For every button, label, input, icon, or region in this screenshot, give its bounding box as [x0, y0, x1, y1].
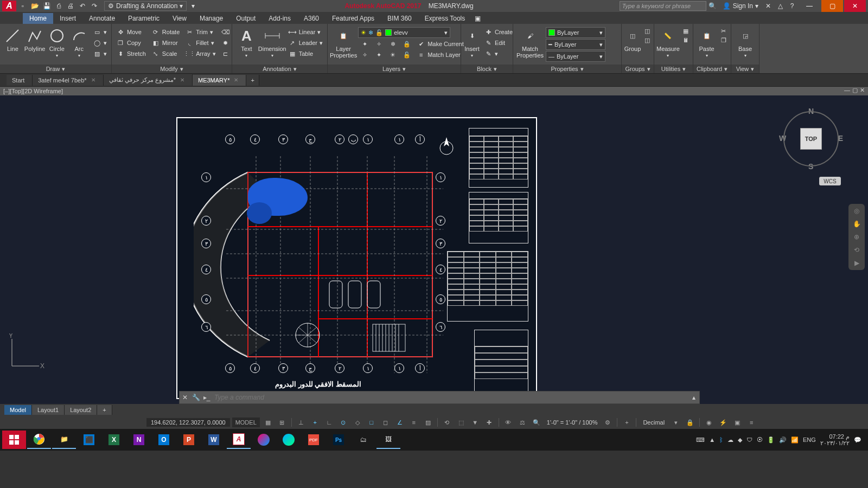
taskbar-word-icon[interactable]: W [202, 431, 226, 449]
layer-unlock-icon[interactable]: 🔓 [400, 50, 413, 60]
line-button[interactable]: Line [2, 25, 23, 52]
workspace-switch-icon[interactable]: ⚙ [602, 418, 614, 427]
exchange-icon[interactable]: ✕ [763, 1, 774, 11]
circle-button[interactable]: Circle▾ [47, 25, 68, 58]
explode-button[interactable]: ✹ [219, 38, 232, 48]
taskbar-app-icon[interactable]: 🗂 [352, 431, 375, 449]
close-icon[interactable]: ✕ [234, 77, 238, 83]
command-input[interactable] [212, 394, 688, 401]
clean-screen-icon[interactable]: ▣ [731, 418, 743, 427]
panel-title-modify[interactable]: Modify ▾ [112, 65, 232, 73]
offset-button[interactable]: ⊏ [219, 49, 232, 59]
ribbon-tab-bim360[interactable]: BIM 360 [381, 13, 418, 24]
orbit-icon[interactable]: ⟲ [854, 246, 859, 254]
taskbar-onenote-icon[interactable]: N [127, 431, 151, 449]
ortho-toggle[interactable]: ∟ [323, 418, 335, 427]
leader-button[interactable]: ↗Leader ▾ [286, 38, 325, 48]
tray-time[interactable]: 07:22 م [820, 433, 850, 440]
ribbon-tab-view[interactable]: View [166, 13, 193, 24]
window-minimize-button[interactable]: — [799, 0, 820, 12]
copy-clip-icon[interactable]: ❐ [719, 36, 729, 44]
units-display[interactable]: Decimal [640, 419, 668, 426]
ribbon-tab-focus-icon[interactable]: ▣ [471, 13, 484, 24]
layer-freeze-icon[interactable]: ❄ [386, 39, 399, 49]
infer-constraints-toggle[interactable]: ⊥ [295, 418, 307, 427]
color-dropdown[interactable]: ByLayer▾ [546, 27, 605, 38]
rotate-button[interactable]: ⟳Rotate [149, 27, 182, 37]
isolate-objects-icon[interactable]: ◉ [703, 418, 715, 427]
taskbar-outlook-icon[interactable]: O [152, 431, 176, 449]
qat-new-icon[interactable]: ▫ [17, 1, 28, 11]
table-button[interactable]: ▦Table [286, 49, 325, 59]
tray-volume-icon[interactable]: 🔊 [779, 436, 787, 444]
tray-battery-icon[interactable]: 🔋 [767, 436, 775, 444]
start-button[interactable] [2, 431, 26, 449]
ribbon-tab-express[interactable]: Express Tools [418, 13, 471, 24]
add-layout-button[interactable]: + [97, 405, 112, 415]
qat-open-icon[interactable]: 📂 [29, 1, 40, 11]
text-button[interactable]: AText▾ [234, 25, 259, 58]
measure-button[interactable]: 📏Measure▾ [656, 25, 680, 58]
ribbon-tab-parametric[interactable]: Parametric [122, 13, 166, 24]
signin-button[interactable]: 👤 Sign In ▾ [719, 2, 762, 10]
base-button[interactable]: ◲Base▾ [733, 25, 757, 58]
qat-saveas-icon[interactable]: ⎙ [53, 1, 64, 11]
tray-onedrive-icon[interactable]: ☁ [727, 436, 733, 444]
panel-title-properties[interactable]: Properties ▾ [513, 65, 621, 73]
cut-icon[interactable]: ✂ [719, 27, 729, 35]
taskbar-explorer-icon[interactable]: 📁 [52, 431, 76, 449]
tray-up-icon[interactable]: ▲ [709, 436, 715, 443]
ribbon-tab-insert[interactable]: Insert [53, 13, 82, 24]
gizmo-toggle[interactable]: ✚ [483, 418, 495, 427]
command-line[interactable]: ✕ 🔧 ▸_ ▴ [179, 391, 700, 404]
fillet-button[interactable]: ◟Fillet ▾ [183, 38, 218, 48]
file-tab[interactable]: 3atef me4el 7beb*✕ [33, 75, 103, 86]
new-tab-button[interactable]: + [246, 75, 259, 86]
layer-lock-icon[interactable]: 🔒 [400, 39, 413, 49]
make-current-button[interactable]: ✔Make Current [414, 39, 466, 49]
lineweight-toggle[interactable]: ≡ [408, 418, 420, 427]
copy-button[interactable]: ❐Copy [114, 38, 148, 48]
taskbar-chrome-icon[interactable] [27, 431, 51, 449]
ribbon-tab-annotate[interactable]: Annotate [82, 13, 122, 24]
scale-button[interactable]: ⤡Scale [149, 49, 182, 59]
vp-restore-icon[interactable]: ▢ [852, 87, 858, 94]
close-icon[interactable]: ✕ [91, 77, 95, 83]
window-close-button[interactable]: ✕ [844, 0, 866, 12]
panel-title-layers[interactable]: Layers ▾ [328, 65, 461, 73]
chevron-up-icon[interactable]: ▴ [688, 394, 699, 401]
help-search-input[interactable]: Type a keyword or phrase [620, 1, 706, 11]
polyline-button[interactable]: Polyline [24, 25, 46, 52]
taskbar-app-icon[interactable] [277, 431, 301, 449]
viewcube-top[interactable]: TOP [800, 128, 822, 150]
file-tab-active[interactable]: ME3MARY*✕ [193, 75, 246, 86]
ellipse-button[interactable]: ◯▾ [91, 38, 109, 48]
annotation-scale-value[interactable]: 1'-0" = 1'-0" / 100% [545, 419, 600, 426]
pan-icon[interactable]: ✋ [853, 220, 861, 228]
annotation-scale[interactable]: 🔍 [531, 418, 542, 427]
tray-bluetooth-icon[interactable]: ᛒ [719, 436, 723, 443]
layer-dropdown[interactable]: ☀❄🔓 elevv ▾ [358, 27, 450, 38]
arc-button[interactable]: Arc▾ [68, 25, 90, 58]
move-button[interactable]: ✥Move [114, 27, 148, 37]
tray-date[interactable]: ٢٠٢٣/٠١/٢٢ [820, 440, 850, 446]
taskbar-excel-icon[interactable]: X [102, 431, 126, 449]
transparency-toggle[interactable]: ▨ [422, 418, 434, 427]
layer-on-icon[interactable]: ✦ [372, 50, 385, 60]
taskbar-3d-icon[interactable]: ⬛ [77, 431, 101, 449]
viewport-controls[interactable]: [–][Top][2D Wireframe] — ▢ ✕ [0, 87, 868, 95]
qat-save-icon[interactable]: 💾 [41, 1, 52, 11]
layout-tab[interactable]: Layout2 [65, 405, 97, 415]
trim-button[interactable]: ✂Trim ▾ [183, 27, 218, 37]
snap-toggle[interactable]: ⊞ [276, 418, 288, 427]
annotation-visibility-toggle[interactable]: 👁 [502, 418, 514, 427]
drawing-canvas[interactable]: YX N S E W TOP WCS ◎ ✋ ⊕ ⟲ ▶ [0, 95, 868, 404]
model-space-button[interactable]: MODEL [232, 418, 260, 427]
tray-keyboard-icon[interactable]: ⌨ [696, 436, 705, 444]
layer-state-icon[interactable]: ✦ [358, 39, 371, 49]
grid-toggle[interactable]: ▦ [262, 418, 274, 427]
hardware-accel-icon[interactable]: ⚡ [717, 418, 729, 427]
lock-ui-icon[interactable]: 🔒 [684, 418, 696, 427]
customize-icon[interactable]: ≡ [745, 418, 757, 427]
ribbon-tab-featured[interactable]: Featured Apps [326, 13, 381, 24]
